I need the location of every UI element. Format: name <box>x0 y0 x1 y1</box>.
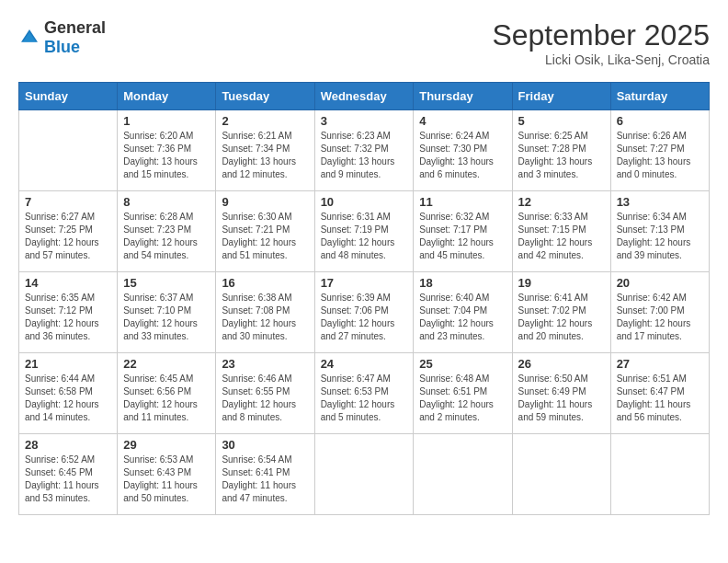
cell-info: Sunrise: 6:23 AMSunset: 7:32 PMDaylight:… <box>321 130 408 181</box>
day-number: 4 <box>419 114 506 128</box>
weekday-header: Tuesday <box>216 83 314 110</box>
day-number: 26 <box>518 357 605 371</box>
day-number: 14 <box>25 276 111 290</box>
logo-icon <box>18 27 40 49</box>
calendar-cell: 24Sunrise: 6:47 AMSunset: 6:53 PMDayligh… <box>314 353 414 434</box>
day-number: 28 <box>25 438 111 452</box>
month-title: September 2025 <box>492 18 710 52</box>
cell-info: Sunrise: 6:51 AMSunset: 6:47 PMDaylight:… <box>617 373 703 424</box>
cell-info: Sunrise: 6:31 AMSunset: 7:19 PMDaylight:… <box>321 211 408 262</box>
title-block: September 2025 Licki Osik, Lika-Senj, Cr… <box>492 18 710 67</box>
weekday-header: Wednesday <box>314 83 414 110</box>
weekday-header-row: SundayMondayTuesdayWednesdayThursdayFrid… <box>19 83 710 110</box>
calendar-cell <box>414 434 512 515</box>
cell-info: Sunrise: 6:24 AMSunset: 7:30 PMDaylight:… <box>419 130 506 181</box>
calendar-week-row: 21Sunrise: 6:44 AMSunset: 6:58 PMDayligh… <box>19 353 710 434</box>
day-number: 11 <box>419 195 506 209</box>
calendar-cell: 11Sunrise: 6:32 AMSunset: 7:17 PMDayligh… <box>414 191 512 272</box>
day-number: 2 <box>222 114 308 128</box>
calendar-cell: 14Sunrise: 6:35 AMSunset: 7:12 PMDayligh… <box>19 272 118 353</box>
calendar-cell <box>314 434 414 515</box>
page-header: General Blue September 2025 Licki Osik, … <box>18 18 710 67</box>
day-number: 15 <box>123 276 210 290</box>
cell-info: Sunrise: 6:33 AMSunset: 7:15 PMDaylight:… <box>518 211 605 262</box>
cell-info: Sunrise: 6:50 AMSunset: 6:49 PMDaylight:… <box>518 373 605 424</box>
day-number: 12 <box>518 195 605 209</box>
day-number: 23 <box>222 357 308 371</box>
cell-info: Sunrise: 6:21 AMSunset: 7:34 PMDaylight:… <box>222 130 308 181</box>
logo-text-general: General <box>44 18 106 37</box>
cell-info: Sunrise: 6:44 AMSunset: 6:58 PMDaylight:… <box>25 373 111 424</box>
day-number: 30 <box>222 438 308 452</box>
location: Licki Osik, Lika-Senj, Croatia <box>492 52 710 67</box>
calendar-cell: 29Sunrise: 6:53 AMSunset: 6:43 PMDayligh… <box>118 434 216 515</box>
calendar-cell: 12Sunrise: 6:33 AMSunset: 7:15 PMDayligh… <box>512 191 610 272</box>
cell-info: Sunrise: 6:39 AMSunset: 7:06 PMDaylight:… <box>321 292 408 343</box>
day-number: 6 <box>617 114 703 128</box>
day-number: 9 <box>222 195 308 209</box>
cell-info: Sunrise: 6:45 AMSunset: 6:56 PMDaylight:… <box>123 373 210 424</box>
day-number: 16 <box>222 276 308 290</box>
calendar-cell: 16Sunrise: 6:38 AMSunset: 7:08 PMDayligh… <box>216 272 314 353</box>
day-number: 20 <box>617 276 703 290</box>
calendar-cell: 22Sunrise: 6:45 AMSunset: 6:56 PMDayligh… <box>118 353 216 434</box>
cell-info: Sunrise: 6:27 AMSunset: 7:25 PMDaylight:… <box>25 211 111 262</box>
weekday-header: Monday <box>118 83 216 110</box>
day-number: 5 <box>518 114 605 128</box>
cell-info: Sunrise: 6:30 AMSunset: 7:21 PMDaylight:… <box>222 211 308 262</box>
calendar-cell: 3Sunrise: 6:23 AMSunset: 7:32 PMDaylight… <box>314 110 414 191</box>
day-number: 1 <box>123 114 210 128</box>
day-number: 10 <box>321 195 408 209</box>
calendar-cell: 8Sunrise: 6:28 AMSunset: 7:23 PMDaylight… <box>118 191 216 272</box>
weekday-header: Saturday <box>610 83 709 110</box>
day-number: 13 <box>617 195 703 209</box>
day-number: 3 <box>321 114 408 128</box>
day-number: 21 <box>25 357 111 371</box>
cell-info: Sunrise: 6:25 AMSunset: 7:28 PMDaylight:… <box>518 130 605 181</box>
calendar-cell: 18Sunrise: 6:40 AMSunset: 7:04 PMDayligh… <box>414 272 512 353</box>
calendar-cell: 21Sunrise: 6:44 AMSunset: 6:58 PMDayligh… <box>19 353 118 434</box>
calendar-cell: 4Sunrise: 6:24 AMSunset: 7:30 PMDaylight… <box>414 110 512 191</box>
calendar-cell: 20Sunrise: 6:42 AMSunset: 7:00 PMDayligh… <box>610 272 709 353</box>
calendar-cell: 19Sunrise: 6:41 AMSunset: 7:02 PMDayligh… <box>512 272 610 353</box>
cell-info: Sunrise: 6:54 AMSunset: 6:41 PMDaylight:… <box>222 454 308 505</box>
cell-info: Sunrise: 6:40 AMSunset: 7:04 PMDaylight:… <box>419 292 506 343</box>
cell-info: Sunrise: 6:46 AMSunset: 6:55 PMDaylight:… <box>222 373 308 424</box>
day-number: 18 <box>419 276 506 290</box>
day-number: 7 <box>25 195 111 209</box>
cell-info: Sunrise: 6:28 AMSunset: 7:23 PMDaylight:… <box>123 211 210 262</box>
cell-info: Sunrise: 6:37 AMSunset: 7:10 PMDaylight:… <box>123 292 210 343</box>
calendar-cell <box>610 434 709 515</box>
calendar-cell: 10Sunrise: 6:31 AMSunset: 7:19 PMDayligh… <box>314 191 414 272</box>
calendar-cell: 28Sunrise: 6:52 AMSunset: 6:45 PMDayligh… <box>19 434 118 515</box>
calendar-cell: 7Sunrise: 6:27 AMSunset: 7:25 PMDaylight… <box>19 191 118 272</box>
calendar-cell: 6Sunrise: 6:26 AMSunset: 7:27 PMDaylight… <box>610 110 709 191</box>
weekday-header: Thursday <box>414 83 512 110</box>
calendar-cell <box>19 110 118 191</box>
day-number: 17 <box>321 276 408 290</box>
day-number: 25 <box>419 357 506 371</box>
calendar-cell: 5Sunrise: 6:25 AMSunset: 7:28 PMDaylight… <box>512 110 610 191</box>
weekday-header: Sunday <box>19 83 118 110</box>
day-number: 27 <box>617 357 703 371</box>
cell-info: Sunrise: 6:20 AMSunset: 7:36 PMDaylight:… <box>123 130 210 181</box>
calendar-cell: 23Sunrise: 6:46 AMSunset: 6:55 PMDayligh… <box>216 353 314 434</box>
cell-info: Sunrise: 6:47 AMSunset: 6:53 PMDaylight:… <box>321 373 408 424</box>
cell-info: Sunrise: 6:35 AMSunset: 7:12 PMDaylight:… <box>25 292 111 343</box>
calendar-cell <box>512 434 610 515</box>
cell-info: Sunrise: 6:32 AMSunset: 7:17 PMDaylight:… <box>419 211 506 262</box>
calendar-week-row: 7Sunrise: 6:27 AMSunset: 7:25 PMDaylight… <box>19 191 710 272</box>
calendar-cell: 26Sunrise: 6:50 AMSunset: 6:49 PMDayligh… <box>512 353 610 434</box>
cell-info: Sunrise: 6:34 AMSunset: 7:13 PMDaylight:… <box>617 211 703 262</box>
calendar-cell: 9Sunrise: 6:30 AMSunset: 7:21 PMDaylight… <box>216 191 314 272</box>
cell-info: Sunrise: 6:38 AMSunset: 7:08 PMDaylight:… <box>222 292 308 343</box>
day-number: 24 <box>321 357 408 371</box>
calendar-cell: 1Sunrise: 6:20 AMSunset: 7:36 PMDaylight… <box>118 110 216 191</box>
calendar-cell: 17Sunrise: 6:39 AMSunset: 7:06 PMDayligh… <box>314 272 414 353</box>
logo-text-blue: Blue <box>44 38 80 56</box>
calendar-cell: 27Sunrise: 6:51 AMSunset: 6:47 PMDayligh… <box>610 353 709 434</box>
cell-info: Sunrise: 6:48 AMSunset: 6:51 PMDaylight:… <box>419 373 506 424</box>
cell-info: Sunrise: 6:53 AMSunset: 6:43 PMDaylight:… <box>123 454 210 505</box>
calendar-cell: 25Sunrise: 6:48 AMSunset: 6:51 PMDayligh… <box>414 353 512 434</box>
calendar-week-row: 14Sunrise: 6:35 AMSunset: 7:12 PMDayligh… <box>19 272 710 353</box>
